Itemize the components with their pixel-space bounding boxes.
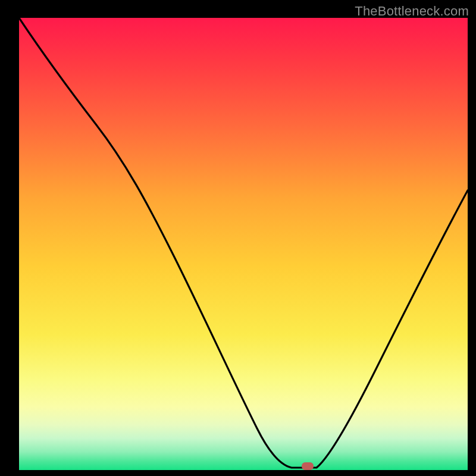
curve-path — [19, 18, 468, 468]
watermark-text: TheBottleneck.com — [355, 4, 469, 19]
optimal-marker — [302, 462, 314, 470]
chart-frame: TheBottleneck.com — [0, 0, 476, 476]
bottleneck-curve — [19, 18, 468, 470]
plot-area — [19, 18, 468, 470]
